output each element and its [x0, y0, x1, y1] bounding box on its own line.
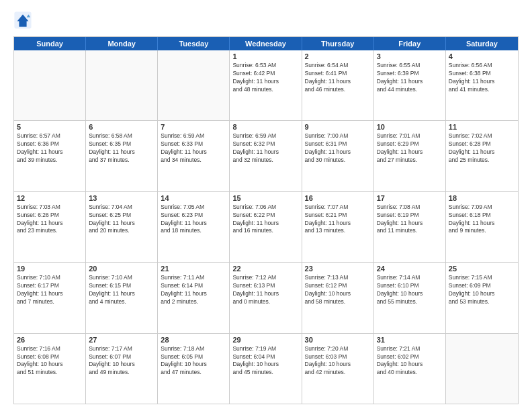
- day-info: Sunrise: 7:17 AM Sunset: 6:07 PM Dayligh…: [89, 345, 154, 377]
- day-cell-9: 9Sunrise: 7:00 AM Sunset: 6:31 PM Daylig…: [302, 121, 374, 191]
- weekday-header-tuesday: Tuesday: [158, 37, 230, 50]
- day-number: 9: [305, 123, 371, 131]
- day-number: 8: [232, 123, 298, 131]
- logo-icon: [13, 11, 32, 30]
- day-info: Sunrise: 7:13 AM Sunset: 6:12 PM Dayligh…: [305, 274, 371, 306]
- day-number: 26: [17, 336, 83, 344]
- page: SundayMondayTuesdayWednesdayThursdayFrid…: [0, 0, 532, 411]
- day-number: 16: [305, 194, 371, 202]
- day-number: 30: [305, 336, 371, 344]
- calendar: SundayMondayTuesdayWednesdayThursdayFrid…: [13, 36, 519, 404]
- day-number: 1: [232, 52, 298, 60]
- calendar-row-2: 12Sunrise: 7:03 AM Sunset: 6:26 PM Dayli…: [14, 191, 518, 262]
- day-number: 19: [17, 265, 83, 273]
- day-info: Sunrise: 7:06 AM Sunset: 6:22 PM Dayligh…: [232, 203, 298, 236]
- day-info: Sunrise: 7:00 AM Sunset: 6:31 PM Dayligh…: [305, 132, 371, 165]
- weekday-header-wednesday: Wednesday: [230, 37, 302, 50]
- calendar-row-1: 5Sunrise: 6:57 AM Sunset: 6:36 PM Daylig…: [14, 120, 518, 191]
- day-cell-29: 29Sunrise: 7:19 AM Sunset: 6:04 PM Dayli…: [230, 334, 302, 404]
- day-number: 22: [232, 265, 298, 273]
- day-number: 3: [377, 52, 443, 60]
- day-cell-26: 26Sunrise: 7:16 AM Sunset: 6:08 PM Dayli…: [14, 334, 86, 404]
- day-cell-2: 2Sunrise: 6:54 AM Sunset: 6:41 PM Daylig…: [302, 50, 374, 120]
- day-cell-21: 21Sunrise: 7:11 AM Sunset: 6:14 PM Dayli…: [158, 263, 230, 332]
- day-cell-7: 7Sunrise: 6:59 AM Sunset: 6:33 PM Daylig…: [158, 121, 230, 191]
- day-cell-12: 12Sunrise: 7:03 AM Sunset: 6:26 PM Dayli…: [14, 192, 86, 262]
- day-info: Sunrise: 7:03 AM Sunset: 6:26 PM Dayligh…: [17, 203, 83, 236]
- day-cell-24: 24Sunrise: 7:14 AM Sunset: 6:10 PM Dayli…: [374, 263, 446, 332]
- day-cell-17: 17Sunrise: 7:08 AM Sunset: 6:19 PM Dayli…: [374, 192, 446, 262]
- day-number: 28: [161, 336, 226, 344]
- day-number: 10: [377, 123, 443, 131]
- day-info: Sunrise: 7:10 AM Sunset: 6:17 PM Dayligh…: [17, 274, 83, 306]
- empty-cell-0-0: [14, 50, 86, 120]
- day-number: 27: [89, 336, 154, 344]
- weekday-header-monday: Monday: [86, 37, 158, 50]
- day-cell-22: 22Sunrise: 7:12 AM Sunset: 6:13 PM Dayli…: [230, 263, 302, 332]
- day-number: 23: [305, 265, 371, 273]
- day-info: Sunrise: 7:16 AM Sunset: 6:08 PM Dayligh…: [17, 345, 83, 377]
- day-number: 4: [449, 52, 515, 60]
- day-cell-5: 5Sunrise: 6:57 AM Sunset: 6:36 PM Daylig…: [14, 121, 86, 191]
- header: [13, 11, 519, 30]
- day-info: Sunrise: 6:55 AM Sunset: 6:39 PM Dayligh…: [377, 62, 443, 94]
- day-number: 20: [89, 265, 154, 273]
- day-info: Sunrise: 7:11 AM Sunset: 6:14 PM Dayligh…: [161, 274, 226, 306]
- day-cell-25: 25Sunrise: 7:15 AM Sunset: 6:09 PM Dayli…: [446, 263, 518, 332]
- day-info: Sunrise: 6:53 AM Sunset: 6:42 PM Dayligh…: [232, 62, 298, 94]
- day-cell-6: 6Sunrise: 6:58 AM Sunset: 6:35 PM Daylig…: [86, 121, 158, 191]
- day-number: 6: [89, 123, 154, 131]
- day-cell-30: 30Sunrise: 7:20 AM Sunset: 6:03 PM Dayli…: [302, 334, 374, 404]
- day-cell-10: 10Sunrise: 7:01 AM Sunset: 6:29 PM Dayli…: [374, 121, 446, 191]
- day-number: 7: [161, 123, 226, 131]
- day-number: 12: [17, 194, 83, 202]
- day-cell-14: 14Sunrise: 7:05 AM Sunset: 6:23 PM Dayli…: [158, 192, 230, 262]
- day-cell-15: 15Sunrise: 7:06 AM Sunset: 6:22 PM Dayli…: [230, 192, 302, 262]
- day-info: Sunrise: 6:54 AM Sunset: 6:41 PM Dayligh…: [305, 62, 371, 94]
- calendar-header: SundayMondayTuesdayWednesdayThursdayFrid…: [14, 37, 518, 50]
- day-cell-13: 13Sunrise: 7:04 AM Sunset: 6:25 PM Dayli…: [86, 192, 158, 262]
- day-cell-8: 8Sunrise: 6:59 AM Sunset: 6:32 PM Daylig…: [230, 121, 302, 191]
- day-number: 29: [232, 336, 298, 344]
- day-info: Sunrise: 7:20 AM Sunset: 6:03 PM Dayligh…: [305, 345, 371, 377]
- day-cell-3: 3Sunrise: 6:55 AM Sunset: 6:39 PM Daylig…: [374, 50, 446, 120]
- day-cell-1: 1Sunrise: 6:53 AM Sunset: 6:42 PM Daylig…: [230, 50, 302, 120]
- day-info: Sunrise: 7:15 AM Sunset: 6:09 PM Dayligh…: [449, 274, 515, 306]
- day-cell-23: 23Sunrise: 7:13 AM Sunset: 6:12 PM Dayli…: [302, 263, 374, 332]
- day-info: Sunrise: 6:56 AM Sunset: 6:38 PM Dayligh…: [449, 62, 515, 94]
- day-info: Sunrise: 6:59 AM Sunset: 6:33 PM Dayligh…: [161, 132, 226, 165]
- weekday-header-sunday: Sunday: [14, 37, 86, 50]
- day-number: 24: [377, 265, 443, 273]
- day-number: 5: [17, 123, 83, 131]
- day-cell-18: 18Sunrise: 7:09 AM Sunset: 6:18 PM Dayli…: [446, 192, 518, 262]
- day-info: Sunrise: 7:19 AM Sunset: 6:04 PM Dayligh…: [232, 345, 298, 377]
- day-number: 14: [161, 194, 226, 202]
- day-info: Sunrise: 7:04 AM Sunset: 6:25 PM Dayligh…: [89, 203, 154, 236]
- empty-cell-4-6: [446, 334, 518, 404]
- day-info: Sunrise: 7:14 AM Sunset: 6:10 PM Dayligh…: [377, 274, 443, 306]
- weekday-header-thursday: Thursday: [302, 37, 374, 50]
- day-info: Sunrise: 7:18 AM Sunset: 6:05 PM Dayligh…: [161, 345, 226, 377]
- day-info: Sunrise: 7:08 AM Sunset: 6:19 PM Dayligh…: [377, 203, 443, 236]
- day-info: Sunrise: 7:02 AM Sunset: 6:28 PM Dayligh…: [449, 132, 515, 165]
- day-cell-31: 31Sunrise: 7:21 AM Sunset: 6:02 PM Dayli…: [374, 334, 446, 404]
- day-number: 17: [377, 194, 443, 202]
- empty-cell-0-1: [86, 50, 158, 120]
- day-cell-16: 16Sunrise: 7:07 AM Sunset: 6:21 PM Dayli…: [302, 192, 374, 262]
- day-info: Sunrise: 7:01 AM Sunset: 6:29 PM Dayligh…: [377, 132, 443, 165]
- day-number: 13: [89, 194, 154, 202]
- day-info: Sunrise: 6:57 AM Sunset: 6:36 PM Dayligh…: [17, 132, 83, 165]
- day-info: Sunrise: 7:12 AM Sunset: 6:13 PM Dayligh…: [232, 274, 298, 306]
- day-number: 2: [305, 52, 371, 60]
- calendar-row-4: 26Sunrise: 7:16 AM Sunset: 6:08 PM Dayli…: [14, 333, 518, 404]
- day-number: 31: [377, 336, 443, 344]
- weekday-header-friday: Friday: [374, 37, 446, 50]
- day-info: Sunrise: 6:58 AM Sunset: 6:35 PM Dayligh…: [89, 132, 154, 165]
- day-number: 21: [161, 265, 226, 273]
- day-info: Sunrise: 7:10 AM Sunset: 6:15 PM Dayligh…: [89, 274, 154, 306]
- logo: [13, 11, 35, 30]
- day-cell-11: 11Sunrise: 7:02 AM Sunset: 6:28 PM Dayli…: [446, 121, 518, 191]
- day-number: 11: [449, 123, 515, 131]
- day-cell-28: 28Sunrise: 7:18 AM Sunset: 6:05 PM Dayli…: [158, 334, 230, 404]
- day-number: 18: [449, 194, 515, 202]
